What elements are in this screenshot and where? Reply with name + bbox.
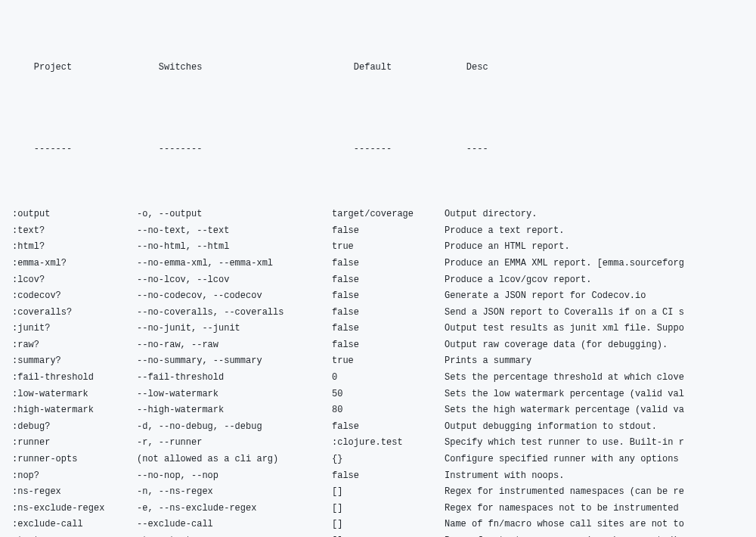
table-row: :fail-threshold--fail-threshold0Sets the… (12, 370, 756, 386)
cell-default: [] (332, 501, 445, 517)
table-row: :debug?-d, --no-debug, --debugfalseOutpu… (12, 419, 756, 436)
cell-desc: Output raw coverage data (for debugging)… (445, 337, 668, 354)
header-underline: -------------------------- (12, 125, 756, 174)
table-row: :html?--no-html, --htmltrueProduce an HT… (12, 239, 756, 256)
cell-project: :coveralls? (12, 305, 137, 321)
cell-default: false (332, 305, 445, 321)
header-switches: Switches (159, 60, 354, 76)
table-row: :ns-exclude-regex-e, --ns-exclude-regex[… (12, 501, 756, 517)
cell-project: :lcov? (12, 272, 137, 289)
cell-desc: Produce a text report. (445, 223, 564, 240)
cell-desc: Sets the low watermark percentage (valid… (445, 386, 684, 403)
cell-switches: -r, --runner (137, 435, 332, 452)
cell-project: :output (12, 206, 137, 223)
cell-default: true (332, 239, 445, 256)
cell-project: :ns-regex (12, 484, 137, 501)
table-row: :coveralls?--no-coveralls, --coverallsfa… (12, 305, 756, 321)
cell-switches: --no-coveralls, --coveralls (137, 305, 332, 321)
underline-project: ------- (34, 141, 159, 158)
cell-default: false (332, 337, 445, 354)
header-project: Project (34, 60, 159, 76)
cell-desc: Send a JSON report to Coveralls if on a … (445, 305, 684, 321)
cell-project: :high-watermark (12, 402, 137, 419)
cell-switches: -t, --test-ns-regex (137, 533, 332, 537)
cell-project: :runner-opts (12, 452, 137, 468)
cell-desc: Regex for test namespaces (can be repeat… (445, 533, 684, 537)
cell-desc: Output directory. (445, 206, 537, 223)
cell-desc: Generate a JSON report for Codecov.io (445, 288, 646, 305)
cell-default: [] (332, 533, 445, 537)
cell-project: :test-ns-regex (12, 533, 137, 537)
cell-project: :summary? (12, 353, 137, 370)
cell-switches: --fail-threshold (137, 370, 332, 386)
cell-switches: --no-summary, --summary (137, 353, 332, 370)
table-row: :nop?--no-nop, --nopfalseInstrument with… (12, 468, 756, 485)
underline-switches: -------- (159, 141, 354, 158)
cell-desc: Output test results as junit xml file. S… (445, 321, 684, 337)
cell-switches: --no-codecov, --codecov (137, 288, 332, 305)
cell-switches: --no-nop, --nop (137, 468, 332, 485)
cell-project: :runner (12, 435, 137, 452)
header-desc: Desc (466, 60, 488, 76)
cell-default: false (332, 468, 445, 485)
cell-project: :codecov? (12, 288, 137, 305)
cell-switches: -d, --no-debug, --debug (137, 419, 332, 436)
table-row: :text?--no-text, --textfalseProduce a te… (12, 223, 756, 240)
cell-switches: -e, --ns-exclude-regex (137, 501, 332, 517)
cell-project: :emma-xml? (12, 256, 137, 272)
cell-default: 0 (332, 370, 445, 386)
cell-project: :fail-threshold (12, 370, 137, 386)
cell-switches: -n, --ns-regex (137, 484, 332, 501)
cell-desc: Regex for namespaces not to be instrumen… (445, 501, 684, 517)
cell-switches: --no-raw, --raw (137, 337, 332, 354)
table-row: :runner-opts(not allowed as a cli arg){}… (12, 452, 756, 468)
cell-switches: --no-html, --html (137, 239, 332, 256)
cell-project: :ns-exclude-regex (12, 501, 137, 517)
table-row: :emma-xml?--no-emma-xml, --emma-xmlfalse… (12, 256, 756, 272)
cell-default: false (332, 419, 445, 436)
table-row: :codecov?--no-codecov, --codecovfalseGen… (12, 288, 756, 305)
cell-default: 80 (332, 402, 445, 419)
cell-default: [] (332, 517, 445, 533)
table-row: :lcov?--no-lcov, --lcovfalseProduce a lc… (12, 272, 756, 289)
cell-switches: --low-watermark (137, 386, 332, 403)
cell-project: :text? (12, 223, 137, 240)
table-row: :junit?--no-junit, --junitfalseOutput te… (12, 321, 756, 337)
cell-desc: Configure specified runner with any opti… (445, 452, 684, 468)
cell-default: 50 (332, 386, 445, 403)
cell-desc: Specify which test runner to use. Built-… (445, 435, 684, 452)
underline-default: ------- (354, 141, 466, 158)
cell-desc: Instrument with noops. (445, 468, 564, 485)
cell-desc: Output debugging information to stdout. (445, 419, 657, 436)
cell-desc: Sets the percentage threshold at which c… (445, 370, 684, 386)
cell-desc: Name of fn/macro whose call sites are no… (445, 517, 684, 533)
cell-default: [] (332, 484, 445, 501)
header-row: ProjectSwitchesDefaultDesc (12, 43, 756, 92)
cell-default: {} (332, 452, 445, 468)
table-row: :ns-regex-n, --ns-regex[]Regex for instr… (12, 484, 756, 501)
cell-project: :html? (12, 239, 137, 256)
table-row: :output-o, --outputtarget/coverageOutput… (12, 206, 756, 223)
cell-project: :exclude-call (12, 517, 137, 533)
cell-default: false (332, 223, 445, 240)
cell-project: :nop? (12, 468, 137, 485)
cell-desc: Produce a lcov/gcov report. (445, 272, 591, 289)
cell-desc: Produce an EMMA XML report. [emma.source… (445, 256, 684, 272)
cell-default: :clojure.test (332, 435, 445, 452)
cell-switches: --no-emma-xml, --emma-xml (137, 256, 332, 272)
cell-switches: --no-text, --text (137, 223, 332, 240)
cell-switches: (not allowed as a cli arg) (137, 452, 332, 468)
table-row: :summary?--no-summary, --summarytruePrin… (12, 353, 756, 370)
cell-switches: -o, --output (137, 206, 332, 223)
table-row: :high-watermark--high-watermark80Sets th… (12, 402, 756, 419)
cell-switches: --no-junit, --junit (137, 321, 332, 337)
cell-desc: Prints a summary (445, 353, 531, 370)
table-row: :exclude-call--exclude-call[]Name of fn/… (12, 517, 756, 533)
cell-project: :raw? (12, 337, 137, 354)
underline-desc: ---- (466, 141, 488, 158)
table-row: :low-watermark--low-watermark50Sets the … (12, 386, 756, 403)
cell-switches: --no-lcov, --lcov (137, 272, 332, 289)
cell-desc: Regex for instrumented namespaces (can b… (445, 484, 684, 501)
cell-project: :junit? (12, 321, 137, 337)
cli-help-table: ProjectSwitchesDefaultDesc -------------… (0, 0, 756, 537)
